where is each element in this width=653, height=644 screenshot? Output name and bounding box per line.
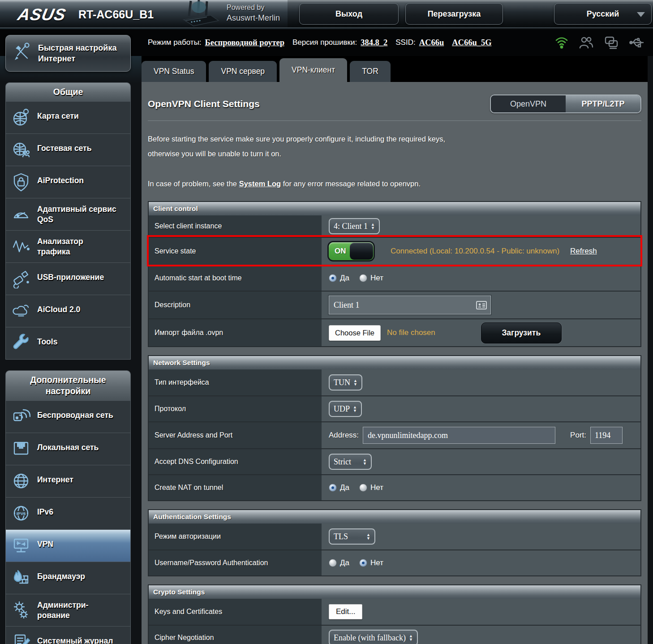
chevron-down-icon [637,12,645,17]
userpass-yes-label: Да [340,558,349,567]
clients-icon[interactable] [579,35,594,50]
sidebar-item-traffic-analyzer[interactable]: Анализатор трафика [6,230,130,262]
tab-vpn-client[interactable]: VPN-клиент [279,58,347,82]
sidebar-item-usb-application[interactable]: USB-приложение [6,262,130,295]
client-instance-value: 4: Client 1 [334,222,368,231]
vpn-monitor-icon [12,536,30,555]
sidebar-item-label: IPv6 [37,503,53,517]
sidebar-item-system-log[interactable]: Системный журнал [6,626,130,644]
auto-start-no-label: Нет [370,274,383,283]
globe-icon [12,471,30,491]
userpass-no-radio[interactable] [359,559,367,567]
tab-bar: VPN Status VPN сервер VPN-клиент TOR [142,56,648,82]
tab-vpn-server[interactable]: VPN сервер [209,61,277,82]
ssid-label: SSID: [395,38,415,47]
toggle-knob [350,243,373,260]
cloud-icon [12,301,30,319]
sidebar-item-network-map[interactable]: Карта сети [6,101,130,133]
tab-vpn-status[interactable]: VPN Status [142,61,206,82]
tab-tor[interactable]: TOR [350,61,391,82]
refresh-link[interactable]: Refresh [570,247,597,256]
select-arrows-icon: ▲▼ [371,223,375,230]
mode-value-link[interactable]: Беспроводной роутер [205,38,284,47]
language-dropdown[interactable]: Русский [554,3,652,25]
sidebar: Быстрая настройка Интернет Общие Карта с… [5,35,131,644]
sidebar-item-vpn[interactable]: VPN [6,529,130,562]
auto-start-yes-radio[interactable] [329,274,337,282]
connection-status: Connected (Local: 10.200.0.54 - Public: … [391,247,559,256]
description-label: Description [149,292,322,318]
sidebar-item-aiprotection[interactable]: AiProtection [6,166,130,198]
sidebar-item-tools[interactable]: Tools [6,327,130,359]
server-address-label: Server Address and Port [149,422,322,448]
sidebar-item-label: AiCloud 2.0 [37,301,80,315]
crypto-settings-table: Crypto Settings Keys and Certificates Ed… [148,584,641,644]
interface-type-select[interactable]: TUN ▲▼ [329,374,362,391]
protocol-select[interactable]: UDP ▲▼ [329,401,362,417]
auto-start-label: Automatic start at boot time [149,266,322,291]
ssid-24-link[interactable]: AC66u [419,38,444,47]
auth-mode-select[interactable]: TLS ▲▼ [329,528,375,545]
sidebar-item-label: Системный журнал [37,632,113,644]
devices-icon[interactable] [604,35,619,50]
sidebar-item-label: Гостевая сеть [37,140,91,154]
network-map-icon [12,107,30,127]
sidebar-item-lan[interactable]: Локальная сеть [6,433,130,465]
sidebar-item-guest-network[interactable]: Гостевая сеть [6,133,130,166]
sidebar-item-label: Администри- рование [37,600,88,621]
row-protocol: Протокол UDP ▲▼ [149,395,640,421]
wifi-status-icon[interactable] [554,35,569,50]
upload-button[interactable]: Загрузить [481,322,562,343]
qos-gauge-icon [12,204,30,222]
quick-setup-button[interactable]: Быстрая настройка Интернет [5,35,131,72]
cipher-negotiation-label: Cipher Negotiation [149,626,322,644]
create-nat-no-radio[interactable] [359,484,367,492]
network-settings-table: Network Settings Тип интерфейса TUN ▲▼ П… [148,355,641,501]
client-instance-select[interactable]: 4: Client 1 ▲▼ [329,218,380,234]
sidebar-item-internet[interactable]: Интернет [6,465,130,497]
sidebar-item-qos[interactable]: Адаптивный сервис QoS [6,198,130,230]
choose-file-button[interactable]: Choose File [329,325,381,341]
problem-text: In case of problem, see the System Log f… [148,176,641,191]
import-ovpn-label: Импорт файла .ovpn [149,319,322,346]
pptp-l2tp-type-button[interactable]: PPTP/L2TP [566,95,640,112]
accept-dns-value: Strict [334,457,351,467]
server-address-input[interactable]: de.vpnunlimitedapp.com [363,427,555,444]
port-label: Port: [570,431,586,440]
interface-type-label: Тип интерфейса [149,369,322,395]
row-auth-mode: Режим авторизации TLS ▲▼ [149,524,640,550]
sidebar-item-firewall[interactable]: Брандмауэр [6,562,130,594]
sidebar-item-wireless[interactable]: Беспроводная сеть [6,400,130,433]
auto-start-no-radio[interactable] [359,274,367,282]
cipher-negotiation-select[interactable]: Enable (with fallback) ▲▼ [329,630,418,644]
ssid-5g-link[interactable]: AC66u_5G [452,38,491,47]
ipv6-globe-icon: IPV6 [12,503,30,523]
sidebar-item-administration[interactable]: Администри- рование [6,594,130,626]
address-label: Address: [329,431,359,440]
asus-logo: ASUS [16,5,68,24]
edit-keys-button[interactable]: Edit... [329,604,362,619]
service-state-toggle[interactable]: ON [329,242,374,260]
create-nat-no-label: Нет [370,483,383,492]
select-arrows-icon: ▲▼ [353,379,357,386]
create-nat-yes-radio[interactable] [329,484,337,492]
system-log-link[interactable]: System Log [239,180,281,188]
firmware-value-link[interactable]: 384.8_2 [361,38,387,47]
description-input[interactable]: Client 1 [329,296,491,314]
wrench-icon [12,333,30,353]
openvpn-type-button[interactable]: OpenVPN [491,95,566,112]
row-keys-certificates: Keys and Certificates Edit... [149,599,640,625]
logout-button[interactable]: Выход [299,3,399,25]
wireless-icon [12,407,30,426]
client-control-header: Client control [149,202,640,215]
sidebar-item-ipv6[interactable]: IPV6 IPv6 [6,497,130,529]
usb-icon[interactable] [629,36,645,49]
accept-dns-select[interactable]: Strict ▲▼ [329,454,372,470]
sidebar-item-label: Интернет [37,471,73,485]
sidebar-item-aicloud[interactable]: AiCloud 2.0 [6,295,130,327]
lan-port-icon [12,439,30,459]
status-icons [554,29,645,56]
userpass-yes-radio[interactable] [329,559,337,567]
port-input[interactable]: 1194 [590,427,623,444]
reboot-button[interactable]: Перезагрузка [405,3,503,25]
